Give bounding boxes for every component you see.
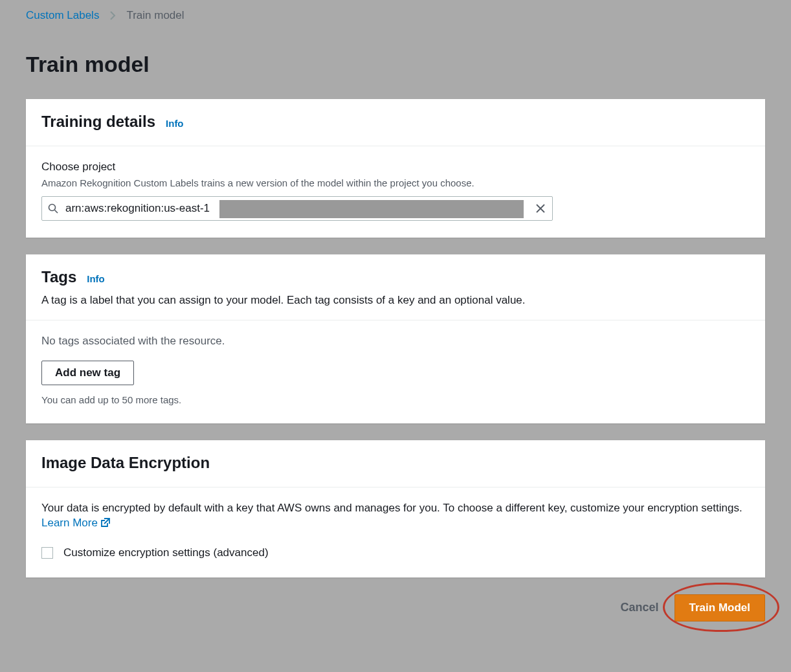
encryption-card: Image Data Encryption Your data is encry… (26, 440, 765, 577)
project-arn-value: arn:aws:rekognition:us-east-1 (64, 201, 210, 216)
project-select[interactable]: arn:aws:rekognition:us-east-1 (41, 196, 553, 221)
tags-hint: You can add up to 50 more tags. (41, 393, 750, 407)
add-new-tag-button[interactable]: Add new tag (41, 361, 134, 385)
choose-project-desc: Amazon Rekognition Custom Labels trains … (41, 176, 750, 190)
tags-card: Tags Info A tag is a label that you can … (26, 254, 765, 423)
training-details-info-link[interactable]: Info (166, 117, 184, 130)
train-model-button[interactable]: Train Model (674, 594, 765, 622)
svg-point-0 (49, 204, 56, 210)
training-details-title: Training details (41, 111, 155, 133)
choose-project-label: Choose project (41, 159, 750, 175)
training-details-card: Training details Info Choose project Ama… (26, 99, 765, 237)
svg-line-4 (104, 519, 109, 524)
clear-icon[interactable] (529, 197, 552, 220)
search-icon (42, 203, 64, 214)
tags-empty-text: No tags associated with the resource. (41, 333, 750, 349)
chevron-right-icon (109, 11, 116, 20)
encryption-title: Image Data Encryption (41, 452, 210, 474)
external-link-icon (100, 517, 111, 529)
customize-encryption-checkbox[interactable] (41, 547, 53, 559)
breadcrumb-root-link[interactable]: Custom Labels (26, 8, 99, 23)
tags-info-link[interactable]: Info (87, 272, 105, 286)
breadcrumb-current: Train model (126, 8, 184, 23)
learn-more-link[interactable]: Learn More (41, 517, 111, 529)
redacted-block (219, 200, 524, 218)
tags-title: Tags (41, 266, 76, 288)
learn-more-text: Learn More (41, 517, 98, 529)
svg-line-1 (55, 210, 58, 213)
encryption-desc-text: Your data is encrypted by default with a… (41, 502, 742, 514)
form-actions: Cancel Train Model (26, 594, 765, 622)
page-title: Train model (26, 32, 765, 100)
breadcrumb: Custom Labels Train model (0, 0, 791, 32)
encryption-desc: Your data is encrypted by default with a… (41, 500, 750, 532)
tags-desc: A tag is a label that you can assign to … (26, 293, 765, 320)
cancel-button[interactable]: Cancel (608, 594, 672, 621)
customize-encryption-label[interactable]: Customize encryption settings (advanced) (63, 545, 269, 561)
